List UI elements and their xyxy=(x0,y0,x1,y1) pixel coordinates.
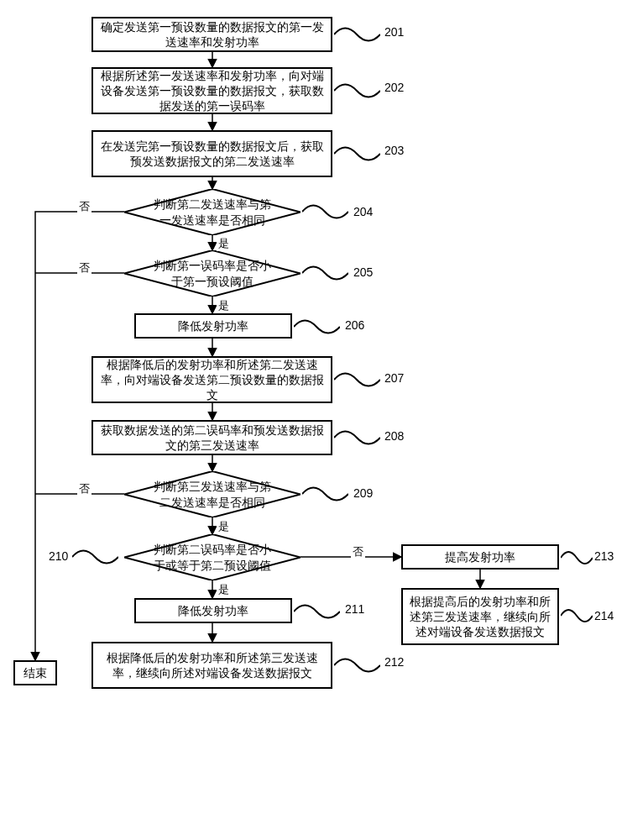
wavy-208 xyxy=(334,428,380,447)
edge-210-yes: 是 xyxy=(217,582,231,597)
step-201-text: 确定发送第一预设数量的数据报文的第一发送速率和发射功率 xyxy=(100,19,324,50)
step-211-text: 降低发射功率 xyxy=(178,603,248,618)
step-212: 根据降低后的发射功率和所述第三发送速率，继续向所述对端设备发送数据报文 xyxy=(91,642,332,689)
step-203: 在发送完第一预设数量的数据报文后，获取预发送数据报文的第二发送速率 xyxy=(91,130,332,177)
decision-204: 判断第二发送速率与第一发送速率是否相同 xyxy=(124,189,301,235)
decision-205-text: 判断第一误码率是否小于第一预设阈值 xyxy=(149,258,275,288)
label-207: 207 xyxy=(384,371,404,385)
edge-204-yes: 是 xyxy=(217,236,231,251)
label-205: 205 xyxy=(353,265,373,279)
end-node: 结束 xyxy=(13,660,57,685)
edge-205-yes: 是 xyxy=(217,298,231,313)
step-214: 根据提高后的发射功率和所述第三发送速率，继续向所述对端设备发送数据报文 xyxy=(401,588,559,645)
label-211: 211 xyxy=(345,602,364,616)
wavy-209 xyxy=(302,485,348,503)
decision-204-text: 判断第二发送速率与第一发送速率是否相同 xyxy=(149,197,275,227)
label-203: 203 xyxy=(384,144,404,157)
step-211: 降低发射功率 xyxy=(134,598,292,623)
step-212-text: 根据降低后的发射功率和所述第三发送速率，继续向所述对端设备发送数据报文 xyxy=(100,650,324,680)
label-209: 209 xyxy=(353,486,373,500)
wavy-204 xyxy=(302,202,348,221)
label-213: 213 xyxy=(594,549,614,563)
wavy-214 xyxy=(561,606,593,625)
edge-209-no: 否 xyxy=(77,481,91,496)
wavy-207 xyxy=(334,370,380,389)
decision-210: 判断第二误码率是否小于或等于第二预设阈值 xyxy=(124,534,301,580)
label-212: 212 xyxy=(384,655,404,669)
decision-209: 判断第三发送速率与第二发送速率是否相同 xyxy=(124,471,301,517)
edge-210-no: 否 xyxy=(351,544,365,559)
step-208: 获取数据发送的第二误码率和预发送数据报文的第三发送速率 xyxy=(91,420,332,455)
label-214: 214 xyxy=(594,609,614,622)
label-210: 210 xyxy=(49,549,68,563)
step-214-text: 根据提高后的发射功率和所述第三发送速率，继续向所述对端设备发送数据报文 xyxy=(410,594,551,640)
wavy-202 xyxy=(334,81,380,100)
edge-209-yes: 是 xyxy=(217,519,231,534)
step-206: 降低发射功率 xyxy=(134,313,292,339)
label-201: 201 xyxy=(384,25,404,39)
label-202: 202 xyxy=(384,81,404,94)
edge-204-no: 否 xyxy=(77,199,91,214)
decision-209-text: 判断第三发送速率与第二发送速率是否相同 xyxy=(149,479,275,509)
wavy-205 xyxy=(302,264,348,282)
wavy-210 xyxy=(72,548,118,566)
wavy-211 xyxy=(294,602,340,621)
label-208: 208 xyxy=(384,429,404,443)
step-202-text: 根据所述第一发送速率和发射功率，向对端设备发送第一预设数量的数据报文，获取数据发… xyxy=(100,68,324,114)
decision-210-text: 判断第二误码率是否小于或等于第二预设阈值 xyxy=(149,542,275,572)
wavy-203 xyxy=(334,144,380,163)
wavy-206 xyxy=(294,318,340,336)
step-213: 提高发射功率 xyxy=(401,544,559,570)
label-204: 204 xyxy=(353,205,373,218)
decision-205: 判断第一误码率是否小于第一预设阈值 xyxy=(124,250,301,297)
step-206-text: 降低发射功率 xyxy=(178,318,248,333)
end-text: 结束 xyxy=(24,665,47,680)
wavy-213 xyxy=(561,549,593,567)
step-213-text: 提高发射功率 xyxy=(445,549,515,564)
step-207: 根据降低后的发射功率和所述第二发送速率，向对端设备发送第二预设数量的数据报文 xyxy=(91,356,332,403)
wavy-201 xyxy=(334,25,380,44)
label-206: 206 xyxy=(345,318,364,332)
step-203-text: 在发送完第一预设数量的数据报文后，获取预发送数据报文的第二发送速率 xyxy=(100,139,324,169)
step-208-text: 获取数据发送的第二误码率和预发送数据报文的第三发送速率 xyxy=(100,423,324,453)
step-202: 根据所述第一发送速率和发射功率，向对端设备发送第一预设数量的数据报文，获取数据发… xyxy=(91,67,332,114)
wavy-212 xyxy=(334,656,380,675)
step-207-text: 根据降低后的发射功率和所述第二发送速率，向对端设备发送第二预设数量的数据报文 xyxy=(100,357,324,403)
step-201: 确定发送第一预设数量的数据报文的第一发送速率和发射功率 xyxy=(91,17,332,52)
edge-205-no: 否 xyxy=(77,260,91,276)
